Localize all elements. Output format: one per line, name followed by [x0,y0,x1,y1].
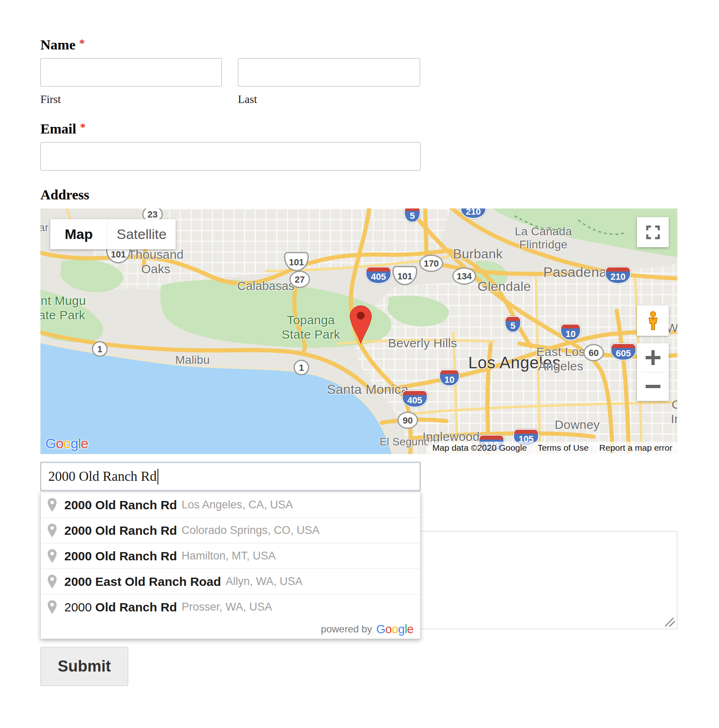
email-label: Email* [40,121,85,137]
route-shield-170: 170 [419,255,443,272]
suggestion-secondary-text: Allyn, WA, USA [226,575,303,588]
suggestion-secondary-text: Prosser, WA, USA [181,601,272,613]
map-label-east-los: East LosAngeles [536,345,585,374]
google-letter: G [376,623,385,636]
email-label-text: Email [40,121,76,136]
powered-by-google: powered by Google [41,620,420,639]
google-letter: o [63,435,70,451]
satellite-view-button[interactable]: Satellite [107,219,176,249]
suggestion-main-text: Old Ranch Rd [95,600,177,614]
map-label-burbank: Burbank [453,246,503,262]
address-label: Address [40,187,89,203]
textarea-resize-handle[interactable] [665,618,675,627]
route-shield-60: 60 [583,344,604,361]
last-name-input[interactable] [238,58,420,87]
plus-icon [651,350,655,365]
last-name-sublabel: Last [238,93,257,106]
suggestion-prefix: 2000 [64,600,95,614]
first-name-sublabel: First [40,93,61,106]
address-input[interactable]: 2000 Old Ranch Rd [40,462,421,491]
google-letter: g [70,435,78,451]
place-pin-icon [47,600,57,614]
place-pin-icon [47,549,57,563]
map-label-pasadena: Pasadena [543,264,607,280]
fullscreen-button[interactable] [637,217,669,247]
place-pin-icon [47,574,57,589]
route-shield-27: 27 [289,271,310,288]
suggestion-main-text: 2000 Old Ranch Rd [64,524,177,538]
suggestion-item[interactable]: 2000 East Old Ranch RoadAllyn, WA, USA [41,569,420,594]
suggestion-secondary-text: Hamilton, MT, USA [181,550,275,562]
powered-by-text: powered by [321,623,372,635]
address-input-value: 2000 Old Ranch Rd [48,469,157,484]
map-attribution: Map data ©2020 Google Terms of Use Repor… [428,442,677,454]
report-map-error-link[interactable]: Report a map error [599,443,672,453]
suggestion-secondary-text: Colorado Springs, CO, USA [181,524,320,537]
name-label-text: Name [40,37,75,52]
google-letter: o [56,435,63,451]
place-pin-icon [47,574,57,589]
text-caret [157,469,158,485]
first-name-input[interactable] [40,58,222,87]
place-pin-icon [47,498,57,512]
suggestion-item[interactable]: 2000 Old Ranch RdProsser, WA, USA [41,594,420,620]
google-logo[interactable]: Google [45,435,88,452]
terms-of-use-link[interactable]: Terms of Use [538,443,589,453]
place-pin-icon [47,600,57,614]
map-label-la-ca-ada: La CañadaFlintridge [515,225,572,252]
suggestion-main-text: 2000 East Old Ranch Road [64,575,221,589]
place-pin-icon [47,549,57,563]
zoom-control [637,343,669,401]
pegman-button[interactable] [637,306,669,336]
place-pin-icon [47,498,57,512]
map-label-thousand: ThousandOaks [128,248,183,276]
address-suggestions-dropdown: 2000 Old Ranch RdLos Angeles, CA, USA 20… [40,492,421,639]
map-label-c: CIn [671,398,677,426]
map-label-downey: Downey [555,418,600,432]
google-letter: e [81,435,88,451]
google-wordmark: Google [376,623,414,636]
map-marker[interactable] [348,303,373,346]
map-label-topanga: TopangaState Park [282,313,340,342]
suggestion-main-text: 2000 Old Ranch Rd [64,498,177,512]
fullscreen-icon [646,225,660,239]
map-label-ar: ar [40,221,49,234]
contact-form-page: Name* First Last Email* Address [0,0,719,728]
route-shield-1: 1 [92,341,108,357]
minus-icon [646,385,660,388]
required-asterisk: * [79,37,85,49]
suggestion-item[interactable]: 2000 Old Ranch RdLos Angeles, CA, USA [41,492,420,517]
google-letter: g [398,623,405,636]
place-pin-icon [47,523,57,538]
suggestion-main-text: 2000 Old Ranch Rd [64,549,177,563]
email-input[interactable] [40,142,421,171]
suggestion-secondary-text: Los Angeles, CA, USA [181,499,293,511]
suggestion-item[interactable]: 2000 Old Ranch RdHamilton, MT, USA [41,543,420,569]
submit-button[interactable]: Submit [40,647,128,686]
zoom-in-button[interactable] [637,343,669,372]
map-data-text: Map data ©2020 Google [432,443,527,453]
map-label-calabasas: Calabasas [237,279,295,293]
pegman-icon [646,311,660,331]
map-label-santa-monica: Santa Monica [327,382,409,397]
route-shield-134: 134 [452,267,476,285]
map-label-int-mugu: int Muguate Park [40,294,86,323]
place-pin-icon [47,523,57,538]
route-shield-90: 90 [397,412,418,429]
map-label-beverly-hills: Beverly Hills [388,336,457,351]
google-letter: G [45,435,56,451]
google-letter: e [407,623,414,636]
google-letter: o [392,623,398,636]
google-letter: o [385,623,392,636]
name-label: Name* [40,37,85,53]
suggestion-item[interactable]: 2000 Old Ranch RdColorado Springs, CO, U… [41,517,420,543]
required-asterisk: * [80,121,86,133]
suggestion-list: 2000 Old Ranch RdLos Angeles, CA, USA 20… [41,492,420,620]
map-label-malibu: Malibu [175,353,210,367]
map-view-button[interactable]: Map [50,219,107,249]
map-canvas[interactable]: ThousandOaksCalabasasTopangaState Parkin… [40,208,677,454]
map-type-control: Map Satellite [50,219,176,249]
route-shield-1: 1 [294,360,309,375]
zoom-out-button[interactable] [637,372,669,401]
map-label-glendale: Glendale [477,279,531,294]
